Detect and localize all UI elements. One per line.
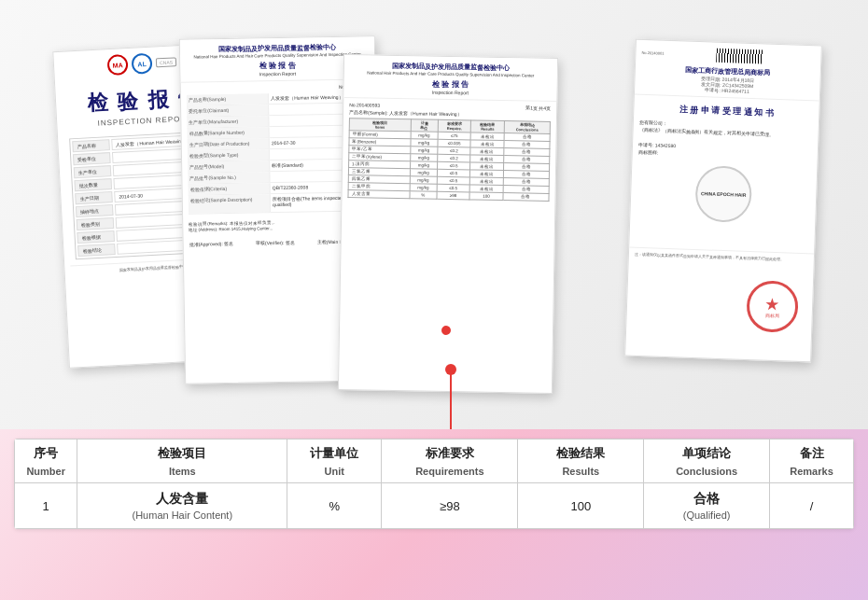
header-requirements-en: Requirements bbox=[382, 464, 518, 483]
connector-dot-top bbox=[445, 364, 456, 375]
documents-area: MA AL CNAS 检 验 报 告 INSPECTION REPORT 产品名… bbox=[33, 19, 835, 411]
header-results-cn: 检验结果 bbox=[518, 440, 644, 465]
connector-line bbox=[450, 373, 452, 429]
row-item: 人发含量 (Human Hair Content) bbox=[77, 483, 287, 529]
table-header-bottom: Number Items Unit Requirements Results C… bbox=[15, 464, 854, 483]
row-remarks: / bbox=[770, 483, 854, 529]
header-items-cn: 检验项目 bbox=[77, 440, 287, 465]
header-number-en: Number bbox=[15, 464, 77, 483]
mid-left-report-no: No.201400593 bbox=[187, 83, 370, 91]
notice-body: 您有限公司： 《商标法》（商标法实施条例）有关规定，对其相关申请已受理。 申请号… bbox=[633, 119, 819, 162]
header-items-en: Items bbox=[77, 464, 287, 483]
row-results: 100 bbox=[518, 483, 644, 529]
doc-mid-right: 国家发制品及护发用品质量监督检验中心 National Hair Product… bbox=[338, 54, 558, 394]
stamp: ★ 商标局 bbox=[746, 280, 799, 333]
header-conclusions-cn: 单项结论 bbox=[644, 440, 770, 465]
header-remarks-en: Remarks bbox=[770, 464, 854, 483]
table-header-top: 序号 检验项目 计量单位 标准要求 检验结果 单项结论 备注 bbox=[15, 440, 854, 465]
inspection-table: 序号 检验项目 计量单位 标准要求 检验结果 单项结论 备注 Number It… bbox=[14, 439, 854, 529]
header-results-en: Results bbox=[518, 464, 644, 483]
row-requirements: ≥98 bbox=[382, 483, 518, 529]
row-unit: % bbox=[287, 483, 382, 529]
top-section: MA AL CNAS 检 验 报 告 INSPECTION REPORT 产品名… bbox=[0, 0, 868, 429]
brand-name: CHINA EPOCH HAIR bbox=[701, 190, 747, 198]
row-conclusion: 合格 (Qualified) bbox=[644, 483, 770, 529]
header-number-cn: 序号 bbox=[15, 440, 77, 465]
doc-right: No.20140001 国家工商行政管理总局商标局 受理日期: 2014年4月1… bbox=[624, 39, 822, 363]
header-unit-cn: 计量单位 bbox=[287, 440, 382, 465]
notice-title: 注 册 申 请 受 理 通 知 书 bbox=[634, 103, 819, 121]
header-unit-en: Unit bbox=[287, 464, 382, 483]
bottom-section: 序号 检验项目 计量单位 标准要求 检验结果 单项结论 备注 Number It… bbox=[0, 429, 868, 600]
logo-ma: MA bbox=[107, 54, 129, 76]
row-number: 1 bbox=[15, 483, 77, 529]
header-conclusions-en: Conclusions bbox=[644, 464, 770, 483]
header-remarks-cn: 备注 bbox=[770, 440, 854, 465]
conclusion-cn: 合格 bbox=[650, 491, 763, 508]
table-row: 1 人发含量 (Human Hair Content) % ≥98 100 合格… bbox=[15, 483, 854, 529]
item-en: (Human Hair Content) bbox=[83, 509, 281, 521]
logo-al: AL bbox=[132, 53, 153, 75]
conclusion-en: (Qualified) bbox=[650, 509, 763, 521]
header-requirements-cn: 标准要求 bbox=[382, 440, 518, 465]
stamp-label: 商标局 bbox=[765, 312, 779, 318]
item-cn: 人发含量 bbox=[83, 491, 281, 508]
